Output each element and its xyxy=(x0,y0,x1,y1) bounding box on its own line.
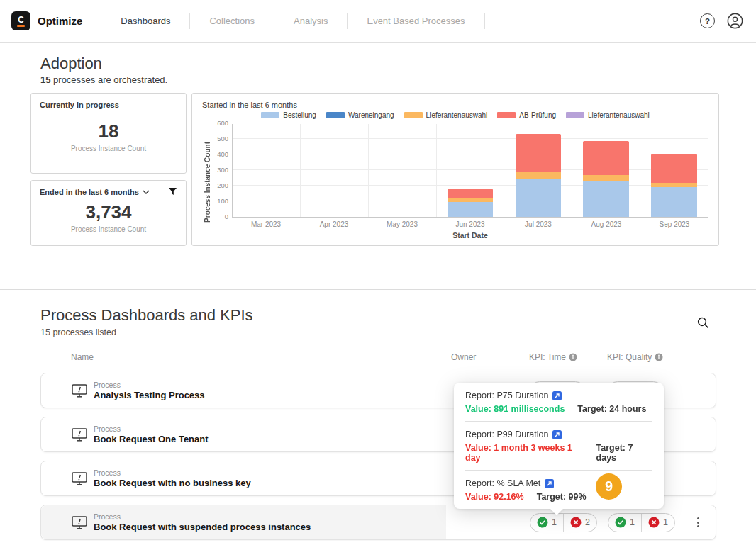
process-dashboard-icon xyxy=(72,384,87,398)
legend-label: Lieferantenauswahl xyxy=(426,111,488,119)
row-process-name: Book Request with no business key xyxy=(94,478,251,489)
chart-title: Started in the last 6 months xyxy=(202,101,708,109)
table-header: Name Owner KPI: Time KPI: Quality xyxy=(40,344,716,371)
chart-plot: 0100200300400500600 xyxy=(232,124,708,218)
x-tick-label: Sep 2023 xyxy=(640,220,708,228)
tab-collections[interactable]: Collections xyxy=(190,16,274,26)
y-tick-label: 100 xyxy=(217,198,228,205)
legend-swatch xyxy=(326,112,345,118)
tab-analysis[interactable]: Analysis xyxy=(274,16,347,26)
kpi-section-subtitle: 15 processes listed xyxy=(40,327,716,338)
chart-x-labels: Mar 2023Apr 2023May 2023Jun 2023Jul 2023… xyxy=(232,220,708,228)
process-dashboard-icon xyxy=(72,428,87,442)
tooltip-report-label: Report: % SLA Met xyxy=(465,478,540,488)
help-icon[interactable]: ? xyxy=(700,13,715,28)
help-glyph: ? xyxy=(705,17,710,26)
tooltip-value: Value: 92.16% xyxy=(465,492,524,502)
search-icon[interactable] xyxy=(697,317,709,329)
jump-to-report-icon[interactable] xyxy=(545,479,554,488)
jump-to-report-icon[interactable] xyxy=(552,391,562,400)
info-icon[interactable] xyxy=(569,353,577,361)
legend-label: Lieferantenauswahl xyxy=(588,111,650,119)
x-icon xyxy=(648,517,660,528)
legend-label: Bestellung xyxy=(283,111,316,119)
filter-icon[interactable] xyxy=(168,187,177,196)
row-type-label: Process xyxy=(94,381,205,390)
column-header-kpi-quality: KPI: Quality xyxy=(607,352,652,362)
legend-item[interactable]: Lieferantenauswahl xyxy=(566,111,650,119)
logo-underline xyxy=(17,25,25,27)
row-type-label: Process xyxy=(94,425,209,434)
ended-count: 3,734 xyxy=(40,201,177,223)
user-icon[interactable] xyxy=(727,13,743,29)
y-tick-label: 400 xyxy=(217,151,228,158)
adoption-subtitle: 15 processes are orchestrated. xyxy=(40,74,716,86)
nav-divider xyxy=(484,13,485,29)
process-dashboard-icon xyxy=(72,516,87,529)
x-tick-label: Jun 2023 xyxy=(436,220,504,228)
started-chart-card: Started in the last 6 months BestellungW… xyxy=(191,93,719,246)
ended-range-dropdown[interactable]: Ended in the last 6 months xyxy=(40,188,150,196)
row-menu-icon[interactable] xyxy=(694,515,702,530)
section-divider xyxy=(0,289,756,290)
kpi-time-cell: 1 2 xyxy=(524,513,602,532)
chevron-down-icon xyxy=(143,190,150,194)
legend-label: Wareneingang xyxy=(348,111,394,119)
jump-to-report-icon[interactable] xyxy=(552,430,562,439)
legend-swatch xyxy=(566,112,584,118)
kpi-fail-count: 2 xyxy=(585,517,590,527)
process-row-book-request-suspended[interactable]: Process Book Request with suspended proc… xyxy=(40,505,716,540)
top-nav: C Optimize Dashboards Collections Analys… xyxy=(0,0,756,43)
currently-in-progress-card: Currently in progress 18 Process Instanc… xyxy=(30,93,187,174)
kpi-time-pill[interactable]: 1 2 xyxy=(530,513,597,532)
adoption-title: Adoption xyxy=(40,54,716,74)
kpi-quality-pill[interactable]: 1 1 xyxy=(608,513,675,532)
legend-item[interactable]: AB-Prüfung xyxy=(497,111,556,119)
kpi-section-title: Process Dashboards and KPIs xyxy=(40,305,716,325)
info-icon[interactable] xyxy=(655,353,663,361)
y-tick-label: 200 xyxy=(217,182,228,189)
bar-sep-2023[interactable] xyxy=(651,154,697,217)
step-annotation-badge: 9 xyxy=(596,473,622,500)
column-header-name: Name xyxy=(40,352,447,362)
row-process-name: Analysis Testing Process xyxy=(94,390,205,401)
check-icon xyxy=(615,517,626,528)
legend-swatch xyxy=(261,112,279,118)
column-header-kpi-time: KPI: Time xyxy=(529,352,566,362)
tooltip-report-label: Report: P75 Duration xyxy=(465,391,548,400)
y-tick-label: 0 xyxy=(225,213,228,220)
tab-event-based-processes[interactable]: Event Based Processes xyxy=(348,16,484,26)
kpi-fail-count: 1 xyxy=(663,517,668,527)
kpi-pass-count: 1 xyxy=(552,517,557,527)
bar-jun-2023[interactable] xyxy=(448,189,494,217)
row-process-name: Book Request One Tenant xyxy=(94,434,209,445)
legend-item[interactable]: Lieferantenauswahl xyxy=(404,111,488,119)
bar-jul-2023[interactable] xyxy=(516,134,562,217)
y-axis-title: Process Instance Count xyxy=(202,124,212,240)
row-type-label: Process xyxy=(94,512,311,522)
x-tick-label: Mar 2023 xyxy=(232,220,300,228)
tooltip-report-label: Report: P99 Duration xyxy=(465,429,548,439)
x-tick-label: Aug 2023 xyxy=(572,220,640,228)
count-caption: Process Instance Count xyxy=(40,145,177,152)
check-icon xyxy=(537,517,548,528)
tooltip-target: Target: 99% xyxy=(537,492,587,502)
legend-item[interactable]: Wareneingang xyxy=(326,111,394,119)
in-progress-count: 18 xyxy=(40,120,177,142)
process-dashboard-icon xyxy=(72,472,87,485)
y-tick-label: 300 xyxy=(217,167,228,174)
brand-name: Optimize xyxy=(38,15,82,27)
y-tick-label: 500 xyxy=(217,135,228,142)
x-axis-title: Start Date xyxy=(232,231,708,240)
ended-last-6-months-card: Ended in the last 6 months 3,734 Process… xyxy=(30,180,187,246)
tooltip-value: Value: 891 milliseconds xyxy=(465,404,565,414)
orchestrated-text: processes are orchestrated. xyxy=(50,74,167,85)
row-type-label: Process xyxy=(94,468,251,478)
y-tick-label: 600 xyxy=(217,120,228,127)
optimize-logo[interactable]: C xyxy=(11,11,30,30)
count-caption: Process Instance Count xyxy=(40,225,177,233)
legend-item[interactable]: Bestellung xyxy=(261,111,316,119)
table-header-divider xyxy=(0,371,756,371)
tab-dashboards[interactable]: Dashboards xyxy=(101,16,189,26)
bar-aug-2023[interactable] xyxy=(583,141,629,217)
